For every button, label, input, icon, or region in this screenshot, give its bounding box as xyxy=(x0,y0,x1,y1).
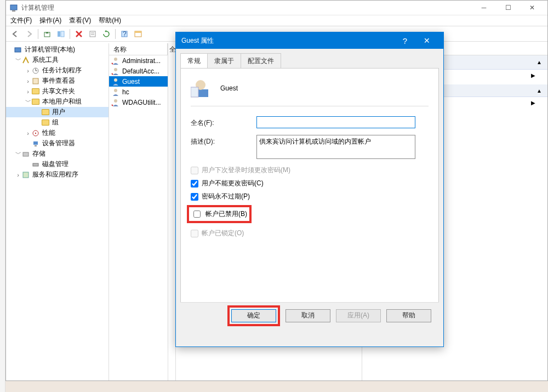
checkbox-account-locked xyxy=(191,230,198,237)
chevron-right-icon: ▶ xyxy=(531,72,535,82)
tab-strip: 常规 隶属于 配置文件 xyxy=(180,53,439,68)
username-label: Guest xyxy=(220,84,238,92)
svg-rect-3 xyxy=(58,31,60,37)
list-row[interactable]: hc xyxy=(109,87,168,97)
divider xyxy=(191,106,429,106)
tree-event-viewer[interactable]: ›事件查看器 xyxy=(6,76,109,86)
dialog-title-bar[interactable]: Guest 属性 ? ✕ xyxy=(176,32,443,49)
row-fullname: 全名(F): xyxy=(191,116,429,128)
col-name[interactable]: 名称 xyxy=(109,43,168,55)
svg-rect-18 xyxy=(35,133,36,134)
fullname-input[interactable] xyxy=(256,116,415,128)
tree-groups[interactable]: 组 xyxy=(6,117,109,128)
minimize-button[interactable]: ─ xyxy=(472,1,496,15)
list-pane[interactable]: 名称 Administrat... DefaultAcc... Guest hc… xyxy=(109,43,168,380)
extra-view-button[interactable] xyxy=(132,28,144,40)
svg-rect-23 xyxy=(23,172,28,178)
checkbox-account-disabled[interactable] xyxy=(193,211,201,218)
left-cropped-panel xyxy=(0,0,5,392)
ok-button[interactable]: 确定 xyxy=(231,309,276,322)
cb-cannot-change-pw[interactable]: 用户不能更改密码(C) xyxy=(191,179,429,188)
list-row[interactable]: DefaultAcc... xyxy=(109,66,168,76)
svg-point-24 xyxy=(114,58,117,61)
svg-rect-1 xyxy=(12,10,15,12)
checkbox-never-expire[interactable] xyxy=(191,193,198,201)
tree-shared-folders[interactable]: ›共享文件夹 xyxy=(6,86,109,96)
svg-text:?: ? xyxy=(123,30,127,38)
description-label: 描述(D): xyxy=(191,135,256,146)
dialog-button-row: 确定 取消 应用(A) 帮助 xyxy=(180,302,439,328)
user-header-row: Guest xyxy=(191,78,429,98)
svg-rect-20 xyxy=(35,145,37,146)
tree-performance[interactable]: ›性能 xyxy=(6,128,109,138)
svg-rect-5 xyxy=(90,31,95,37)
list-row[interactable]: Administrat... xyxy=(109,55,168,66)
list-row[interactable]: WDAGUtilit... xyxy=(109,97,168,107)
tree-pane[interactable]: 计算机管理(本地) ﹀系统工具 ›任务计划程序 ›事件查看器 ›共享文件夹 ﹀本… xyxy=(6,43,109,380)
svg-rect-12 xyxy=(15,48,21,52)
refresh-button[interactable] xyxy=(100,28,112,40)
tree-services-apps[interactable]: ›服务和应用程序 xyxy=(6,169,109,180)
cb-account-locked: 帐户已锁定(O) xyxy=(191,229,429,238)
col-fullname-cropped[interactable]: 全 xyxy=(168,43,176,380)
fullname-label: 全名(F): xyxy=(191,116,256,128)
tree-task-scheduler[interactable]: ›任务计划程序 xyxy=(6,65,109,76)
dialog-title: Guest 属性 xyxy=(181,36,394,46)
svg-point-28 xyxy=(114,99,117,103)
checkbox-cannot-change[interactable] xyxy=(191,180,198,188)
highlight-account-disabled: 帐户已禁用(B) xyxy=(187,205,252,223)
close-button[interactable]: ✕ xyxy=(520,1,544,15)
svg-rect-16 xyxy=(33,78,38,84)
tab-general[interactable]: 常规 xyxy=(180,53,208,68)
menu-view[interactable]: 查看(V) xyxy=(69,16,91,25)
collapse-icon: ▲ xyxy=(536,88,542,94)
dialog-help-button[interactable]: ? xyxy=(394,36,416,46)
help-button[interactable]: 帮助 xyxy=(386,309,431,322)
maximize-button[interactable]: ☐ xyxy=(496,1,520,15)
list-header: 名称 xyxy=(109,43,168,55)
menu-help[interactable]: 帮助(H) xyxy=(99,16,121,25)
app-icon xyxy=(9,3,18,12)
checkbox-must-change xyxy=(191,167,198,174)
tree-root[interactable]: 计算机管理(本地) xyxy=(6,44,109,55)
tree-system-tools[interactable]: ﹀系统工具 xyxy=(6,55,109,65)
cb-never-expire[interactable]: 密码永不过期(P) xyxy=(191,192,429,201)
help-toolbar-button[interactable]: ? xyxy=(118,28,130,40)
up-button[interactable] xyxy=(41,28,53,40)
row-description: 描述(D): xyxy=(191,135,429,159)
tab-member-of[interactable]: 隶属于 xyxy=(207,53,241,68)
window-title: 计算机管理 xyxy=(21,3,472,13)
collapse-icon: ▲ xyxy=(536,59,542,65)
menu-action[interactable]: 操作(A) xyxy=(39,16,61,25)
description-input[interactable] xyxy=(256,135,415,159)
chevron-right-icon: ▶ xyxy=(531,100,535,109)
svg-point-25 xyxy=(114,68,117,71)
tree-users[interactable]: 用户 xyxy=(6,107,109,117)
highlight-ok-button: 确定 xyxy=(227,305,280,326)
dialog-close-button[interactable]: ✕ xyxy=(416,36,438,45)
menu-file[interactable]: 文件(F) xyxy=(10,16,32,25)
svg-rect-0 xyxy=(10,5,17,10)
user-icon xyxy=(191,78,210,98)
back-button[interactable] xyxy=(9,28,21,40)
forward-button[interactable] xyxy=(23,28,35,40)
tab-profile[interactable]: 配置文件 xyxy=(241,53,281,68)
tab-body-general: Guest 全名(F): 描述(D): 用户下次登录时须更改密码(M) 用户不能… xyxy=(180,68,439,328)
svg-rect-22 xyxy=(33,163,38,166)
cancel-button[interactable]: 取消 xyxy=(286,309,330,322)
svg-rect-31 xyxy=(191,87,198,97)
delete-button[interactable] xyxy=(73,28,85,40)
tree-device-manager[interactable]: 设备管理器 xyxy=(6,138,109,149)
list-row-selected[interactable]: Guest xyxy=(109,76,168,87)
tree-disk-management[interactable]: 磁盘管理 xyxy=(6,159,109,169)
svg-rect-19 xyxy=(33,141,38,145)
properties-button[interactable] xyxy=(87,28,99,40)
cb-must-change-pw: 用户下次登录时须更改密码(M) xyxy=(191,166,429,175)
svg-rect-4 xyxy=(61,31,64,37)
svg-rect-21 xyxy=(23,152,28,156)
show-hide-tree-button[interactable] xyxy=(55,28,67,40)
guest-properties-dialog: Guest 属性 ? ✕ 常规 隶属于 配置文件 Guest 全名(F): 描述… xyxy=(175,32,444,347)
tree-local-users-groups[interactable]: ﹀本地用户和组 xyxy=(6,96,109,107)
tree-storage[interactable]: ﹀存储 xyxy=(6,149,109,159)
menu-bar: 文件(F) 操作(A) 查看(V) 帮助(H) xyxy=(6,15,547,26)
